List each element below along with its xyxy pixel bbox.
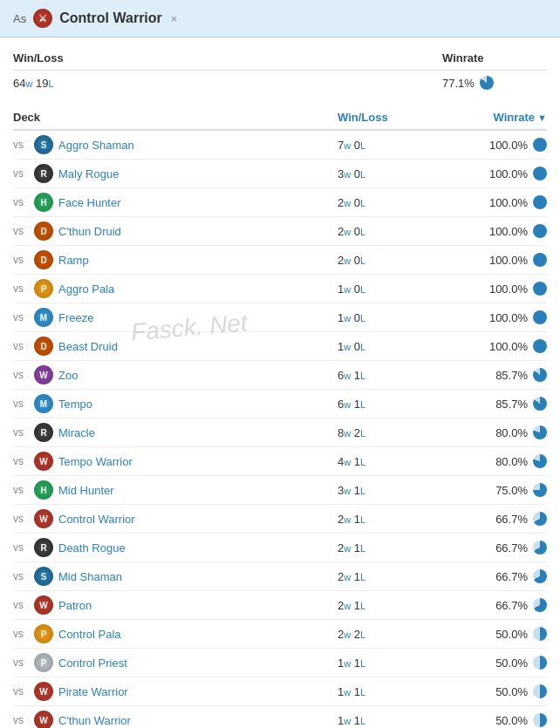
summary-header: Win/Loss Winrate [13, 46, 547, 71]
table-row[interactable]: vs R Miracle 8w 2L 80.0% [13, 418, 547, 447]
deck-cell[interactable]: vs R Death Rogue [13, 538, 338, 557]
table-header: Deck Win/Loss Winrate ▼ [13, 104, 547, 131]
table-row[interactable]: vs H Face Hunter 2w 0L 100.0% [13, 188, 547, 217]
deck-name[interactable]: Mid Shaman [58, 570, 122, 583]
class-icon: M [34, 394, 53, 413]
deck-name[interactable]: Mid Hunter [58, 484, 114, 497]
deck-cell[interactable]: vs H Face Hunter [13, 193, 338, 212]
table-row[interactable]: vs D C'thun Druid 2w 0L 100.0% [13, 217, 547, 246]
wl-cell: 1w 0L [338, 282, 451, 296]
table-row[interactable]: vs M Freeze 1w 0L 100.0% [13, 303, 547, 332]
deck-name[interactable]: Ramp [58, 254, 89, 267]
table-row[interactable]: vs W Control Warrior 2w 1L 66.7% [13, 505, 547, 534]
table-row[interactable]: vs D Ramp 2w 0L 100.0% [13, 246, 547, 275]
table-row[interactable]: vs M Tempo 6w 1L 85.7% [13, 390, 547, 418]
table-row[interactable]: vs W Patron 2w 1L 66.7% [13, 591, 547, 620]
table-row[interactable]: vs S Aggro Shaman 7w 0L 100.0% [13, 131, 547, 160]
col-wr-label[interactable]: Winrate [494, 111, 536, 124]
deck-cell[interactable]: vs P Control Pala [13, 624, 338, 643]
l-suffix: L [360, 371, 365, 381]
row-pie-icon [533, 425, 547, 439]
deck-name[interactable]: Face Hunter [58, 196, 121, 209]
deck-name[interactable]: C'thun Warrior [58, 714, 131, 727]
deck-cell[interactable]: vs M Freeze [13, 308, 338, 327]
losses: 0 [354, 340, 360, 353]
table-row[interactable]: vs H Mid Hunter 3w 1L 75.0% [13, 476, 547, 505]
deck-name[interactable]: Tempo [58, 398, 92, 411]
winrate-pct: 100.0% [489, 139, 528, 152]
row-pie-icon [533, 598, 547, 612]
table-row[interactable]: vs P Control Priest 1w 1L 50.0% [13, 649, 547, 677]
w-suffix: w [344, 371, 351, 381]
deck-cell[interactable]: vs S Aggro Shaman [13, 135, 338, 154]
deck-cell[interactable]: vs H Mid Hunter [13, 480, 338, 500]
deck-name[interactable]: C'thun Druid [58, 225, 121, 238]
deck-name[interactable]: Maly Rogue [58, 167, 119, 180]
w-suffix: w [344, 140, 351, 151]
table-row[interactable]: vs P Control Pala 2w 2L 50.0% [13, 620, 547, 649]
deck-cell[interactable]: vs D Ramp [13, 250, 338, 269]
deck-cell[interactable]: vs W Pirate Warrior [13, 682, 338, 701]
deck-name[interactable]: Control Warrior [58, 513, 135, 526]
table-row[interactable]: vs R Death Rogue 2w 1L 66.7% [13, 534, 547, 562]
deck-cell[interactable]: vs R Miracle [13, 423, 338, 442]
wl-cell: 2w 2L [338, 628, 451, 641]
vs-label: vs [13, 139, 29, 151]
losses: 1 [354, 657, 360, 670]
deck-cell[interactable]: vs W C'thun Warrior [13, 711, 338, 728]
table-row[interactable]: vs W Zoo 6w 1L 85.7% [13, 361, 547, 390]
deck-cell[interactable]: vs R Maly Rogue [13, 164, 338, 183]
deck-name[interactable]: Tempo Warrior [58, 455, 133, 468]
wr-cell: 80.0% [451, 454, 547, 468]
deck-cell[interactable]: vs P Control Priest [13, 653, 338, 672]
table-row[interactable]: vs W C'thun Warrior 1w 1L 50.0% [13, 706, 547, 728]
deck-name[interactable]: Beast Druid [58, 340, 118, 353]
deck-name[interactable]: Control Priest [58, 657, 127, 670]
vs-label: vs [13, 599, 29, 611]
class-icon: R [34, 164, 53, 183]
deck-name[interactable]: Miracle [58, 426, 95, 439]
losses: 1 [354, 570, 360, 583]
table-row[interactable]: vs R Maly Rogue 3w 0L 100.0% [13, 160, 547, 188]
deck-cell[interactable]: vs D C'thun Druid [13, 221, 338, 241]
deck-cell[interactable]: vs W Control Warrior [13, 509, 338, 528]
wr-cell: 66.7% [451, 598, 547, 612]
wr-cell: 85.7% [451, 368, 547, 382]
col-wl-header: Win/Loss [338, 111, 451, 124]
deck-cell[interactable]: vs W Tempo Warrior [13, 452, 338, 471]
deck-name[interactable]: Freeze [58, 311, 93, 324]
close-button[interactable]: × [171, 12, 178, 25]
deck-name[interactable]: Death Rogue [58, 541, 126, 555]
deck-cell[interactable]: vs M Tempo [13, 394, 338, 413]
deck-cell[interactable]: vs S Mid Shaman [13, 567, 338, 586]
table-row[interactable]: vs W Tempo Warrior 4w 1L 80.0% [13, 447, 547, 476]
deck-name[interactable]: Patron [58, 599, 92, 612]
l-suffix: L [360, 629, 365, 640]
vs-label: vs [13, 340, 29, 352]
winrate-pct: 75.0% [495, 484, 528, 497]
table-row[interactable]: vs D Beast Druid 1w 0L 100.0% [13, 332, 547, 361]
wr-cell: 100.0% [451, 310, 547, 324]
w-suffix: w [344, 227, 351, 237]
l-suffix: L [360, 572, 365, 582]
deck-cell[interactable]: vs W Zoo [13, 365, 338, 384]
deck-cell[interactable]: vs D Beast Druid [13, 337, 338, 356]
w-suffix: w [344, 255, 351, 266]
col-wl-label[interactable]: Win/Loss [338, 111, 388, 124]
table-row[interactable]: vs S Mid Shaman 2w 1L 66.7% [13, 562, 547, 591]
row-pie-icon [533, 195, 547, 209]
winrate-pct: 85.7% [495, 369, 528, 382]
deck-cell[interactable]: vs P Aggro Pala [13, 279, 338, 298]
vs-label: vs [13, 369, 29, 381]
table-row[interactable]: vs P Aggro Pala 1w 0L 100.0% [13, 275, 547, 303]
deck-name[interactable]: Aggro Shaman [58, 139, 134, 152]
wl-cell: 2w 1L [338, 570, 451, 583]
table-row[interactable]: vs W Pirate Warrior 1w 1L 50.0% [13, 677, 547, 706]
losses: 1 [354, 714, 360, 727]
deck-name[interactable]: Zoo [58, 369, 78, 382]
deck-name[interactable]: Pirate Warrior [58, 685, 128, 698]
l-suffix: L [360, 255, 365, 266]
deck-cell[interactable]: vs W Patron [13, 595, 338, 615]
deck-name[interactable]: Control Pala [58, 628, 121, 641]
deck-name[interactable]: Aggro Pala [58, 282, 114, 296]
